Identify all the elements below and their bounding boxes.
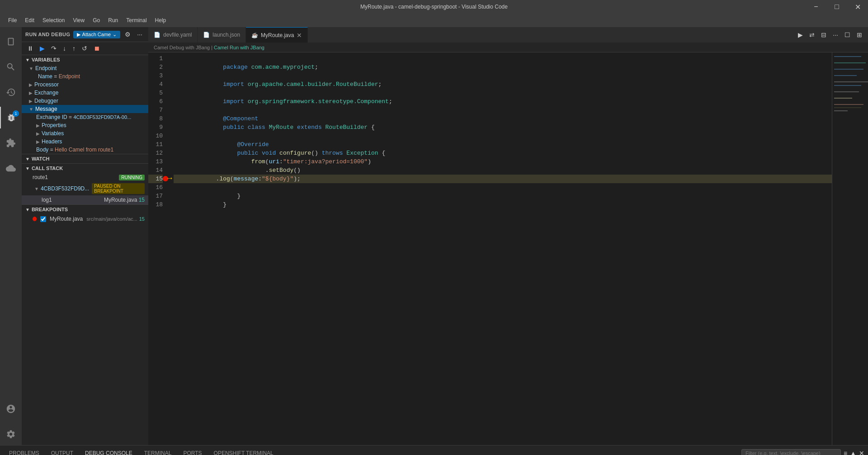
menu-terminal[interactable]: Terminal [123,15,150,25]
code-line-1: package com.acme.myproject; [174,54,832,63]
pause-button[interactable]: ⏸ [25,44,35,53]
ln-12: 12 [148,149,163,157]
close-button[interactable]: ✕ [847,0,868,14]
close-panel-button[interactable]: ☐ [842,30,853,39]
watch-label: WATCH [32,156,50,161]
ln-16: 16 [148,183,163,192]
activity-explorer[interactable] [0,31,22,52]
editor-top-actions: ▶ ⇄ ⊟ ··· ☐ ⊞ [796,27,868,43]
svg-rect-11 [834,110,848,111]
more-editor-button[interactable]: ··· [830,30,840,39]
variables-sub-item[interactable]: ▶ Variables [22,129,148,137]
activity-extensions[interactable] [0,132,22,154]
split-editor-button[interactable]: ⊟ [819,30,829,39]
menu-help[interactable]: Help [151,15,170,25]
callstack-header[interactable]: ▼ CALL STACK [22,164,148,173]
exchange-id-item[interactable]: Exchange ID = 4CBD3F532FD9D7A-00... [22,113,148,121]
processor-item[interactable]: ▶ Processor [22,81,148,89]
stop-button[interactable]: ⏹ [92,44,102,53]
tab-close-button[interactable]: ✕ [297,32,302,39]
debug-actions: ⏸ ▶ ↷ ↓ ↑ ↺ ⏹ [22,42,148,55]
menu-file[interactable]: File [5,15,20,25]
tab-ports[interactable]: PORTS [178,447,207,455]
code-line-10: @Override [174,132,832,140]
continue-button[interactable]: ▶ [38,44,47,53]
step-into-button[interactable]: ↓ [61,44,68,53]
breakpoints-header[interactable]: ▼ BREAKPOINTS [22,205,148,214]
headers-item[interactable]: ▶ Headers [22,137,148,146]
activity-remote[interactable] [0,157,22,179]
callstack-chevron: ▼ [25,166,30,171]
tab-terminal[interactable]: TERMINAL [139,447,177,455]
breakpoint-checkbox[interactable] [40,216,46,222]
tab-output[interactable]: OUTPUT [46,447,79,455]
filter-input[interactable] [741,449,841,455]
open-changes-button[interactable]: ⇄ [807,30,817,39]
tab-myroute[interactable]: ☕ MyRoute.java ✕ [246,27,308,43]
activity-git[interactable] [0,81,22,103]
debugger-item[interactable]: ▶ Debugger [22,97,148,105]
activity-settings[interactable] [0,423,22,445]
message-item[interactable]: ▼ Message [22,105,148,113]
variables-header[interactable]: ▼ VARIABLES [22,55,148,64]
endpoint-item[interactable]: ▼ Endpoint [22,64,148,72]
activity-search[interactable] [0,56,22,78]
tab-openshift-terminal[interactable]: OPENSHIFT TERMINAL [208,447,279,455]
subframe-name: log1 [42,197,52,203]
tab-devfile[interactable]: 📄 devfile.yaml [148,27,198,43]
menu-edit[interactable]: Edit [21,15,38,25]
launch-icon: 📄 [203,32,210,38]
settings-icon[interactable]: ⚙ [123,30,132,39]
callstack-frame-header[interactable]: ▼ 4CBD3F532FD9D... PAUSED ON BREAKPOINT [22,182,148,195]
more-options-icon[interactable]: ··· [135,30,144,39]
body-item[interactable]: Body = Hello Camel from route1 [22,146,148,154]
breakpoint-item[interactable]: MyRoute.java src/main/java/com/ac... 15 [22,214,148,224]
minimize-button[interactable]: − [806,0,826,14]
camel-run-link[interactable]: Camel Run with JBang [214,45,264,50]
ln-11: 11 [148,140,163,149]
tab-launch[interactable]: 📄 launch.json [198,27,246,43]
restart-button[interactable]: ↺ [80,44,89,53]
code-editor[interactable]: 1 2 3 4 5 6 7 8 9 10 11 12 13 14 [148,52,832,445]
ln-10: 10 [148,132,163,140]
properties-item[interactable]: ▶ Properties [22,121,148,129]
attach-config-button[interactable]: ▶ Attach Came ⌄ [73,31,121,38]
ln-3: 3 [148,71,163,80]
endpoint-name-val: Endpoint [59,73,80,80]
code-line-7: @Component [174,106,832,114]
ln-18: 18 [148,200,163,209]
variables-panel: ▼ VARIABLES ▼ Endpoint Name = Endpoint ▶… [22,55,148,154]
menu-run[interactable]: Run [104,15,122,25]
step-out-button[interactable]: ↑ [71,44,77,53]
watch-chevron: ▼ [25,156,30,161]
word-wrap-button[interactable]: ≡ [844,450,847,455]
ln-14: 14 [148,166,163,175]
ln-4: 4 [148,80,163,89]
maximize-panel-button[interactable]: ⊞ [854,30,864,39]
exchange-item[interactable]: ▶ Exchange [22,89,148,97]
breakpoints-chevron: ▼ [25,207,30,212]
callstack-subframe[interactable]: log1 MyRoute.java 15 [22,195,148,204]
code-line-4 [174,80,832,89]
maximize-button[interactable]: □ [826,0,847,14]
menu-go[interactable]: Go [89,15,104,25]
close-bottom-button[interactable]: ✕ [859,450,864,455]
callstack-thread[interactable]: route1 RUNNING [22,173,148,182]
menu-view[interactable]: View [69,15,88,25]
activity-accounts[interactable] [0,398,22,420]
tab-debug-console[interactable]: DEBUG CONSOLE [80,447,138,455]
menu-selection[interactable]: Selection [39,15,68,25]
step-over-button[interactable]: ↷ [49,44,58,53]
watch-header[interactable]: ▼ WATCH [22,154,148,163]
message-label: Message [35,106,57,112]
activity-debug[interactable]: 1 [0,107,22,128]
endpoint-name-item[interactable]: Name = Endpoint [22,72,148,81]
devfile-label: devfile.yaml [163,32,192,38]
code-line-3: import org.apache.camel.builder.RouteBui… [174,71,832,80]
chevron-down-icon: ⌄ [113,32,117,38]
editor-area: 📄 devfile.yaml 📄 launch.json ☕ MyRoute.j… [148,27,868,445]
processor-label: Processor [34,81,59,88]
maximize-bottom-button[interactable]: ▲ [850,450,856,455]
tab-problems[interactable]: PROBLEMS [4,447,45,455]
run-editor-button[interactable]: ▶ [796,30,805,39]
